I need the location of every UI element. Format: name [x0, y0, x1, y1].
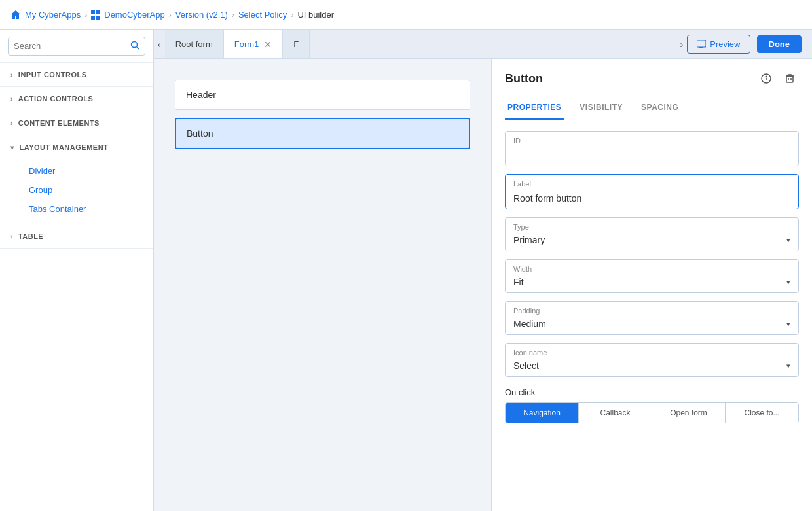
chevron-right-icon-3: › — [10, 120, 13, 127]
sidebar-item-divider[interactable]: Divider — [21, 162, 153, 181]
svg-rect-7 — [699, 47, 703, 48]
tab-bar-wrapper: ‹ Root form Form1 ✕ F › — [154, 30, 812, 59]
tab-form1-close[interactable]: ✕ — [264, 40, 272, 49]
search-button[interactable] — [130, 41, 139, 52]
svg-point-10 — [766, 76, 767, 77]
grid-icon — [91, 10, 100, 20]
breadcrumb-sep-2: › — [169, 10, 172, 20]
sidebar-section-header-table[interactable]: › TABLE — [0, 224, 153, 248]
preview-icon — [697, 40, 706, 49]
field-type-value: Primary — [513, 235, 545, 245]
on-click-tab-callback[interactable]: Callback — [579, 403, 652, 423]
tab-f[interactable]: F — [283, 30, 310, 58]
svg-line-5 — [137, 47, 139, 50]
field-id-input[interactable] — [506, 132, 798, 166]
breadcrumb-policy[interactable]: Select Policy — [238, 10, 287, 20]
sidebar-layout-items: Divider Group Tabs Container — [0, 159, 153, 224]
sidebar-section-header-action-controls[interactable]: › ACTION CONTROLS — [0, 87, 153, 111]
chevron-down-icon-padding: ▾ — [786, 320, 790, 328]
trash-icon — [784, 73, 795, 84]
field-label: Label — [505, 174, 799, 209]
chevron-down-icon-width: ▾ — [786, 278, 790, 287]
on-click-tab-navigation[interactable]: Navigation — [506, 403, 579, 423]
right-panel: Button — [491, 59, 812, 511]
tab-visibility[interactable]: VISIBILITY — [577, 96, 625, 120]
tab-next-button[interactable]: › — [676, 30, 688, 58]
home-icon — [10, 10, 21, 20]
field-padding[interactable]: Padding Medium ▾ — [505, 301, 799, 335]
on-click-tab-open-form[interactable]: Open form — [652, 403, 726, 423]
tab-spacing[interactable]: SPACING — [638, 96, 681, 120]
on-click-tab-callback-label: Callback — [600, 408, 630, 417]
info-button[interactable] — [757, 69, 775, 88]
breadcrumb-builder: UI builder — [297, 10, 334, 20]
tab-root-form[interactable]: Root form — [165, 30, 224, 58]
field-type[interactable]: Type Primary ▾ — [505, 217, 799, 251]
breadcrumb-home[interactable]: My CyberApps — [10, 10, 81, 20]
search-icon — [130, 41, 139, 50]
sidebar-section-content-elements: › CONTENT ELEMENTS — [0, 111, 153, 135]
field-label-input[interactable] — [506, 175, 798, 209]
on-click-tab-navigation-label: Navigation — [523, 408, 561, 417]
panel-content: ID Label Type Primary ▾ — [492, 120, 812, 511]
sidebar-section-action-controls: › ACTION CONTROLS — [0, 87, 153, 111]
field-padding-select[interactable]: Medium ▾ — [506, 302, 798, 334]
tab-bar-actions: Preview Done — [687, 35, 812, 54]
sidebar-section-header-content-elements[interactable]: › CONTENT ELEMENTS — [0, 111, 153, 135]
right-panel-actions — [757, 69, 799, 88]
breadcrumb-version[interactable]: Version (v2.1) — [175, 10, 228, 20]
main-layout: › INPUT CONTROLS › ACTION CONTROLS › CON… — [0, 30, 812, 511]
svg-rect-3 — [96, 16, 100, 20]
svg-rect-6 — [697, 40, 706, 47]
breadcrumb-version-label: Version (v2.1) — [175, 10, 228, 20]
breadcrumb-home-label: My CyberApps — [25, 10, 81, 20]
canvas-scroll: Header Button — [154, 59, 491, 511]
on-click-tab-close-form[interactable]: Close fo... — [726, 403, 798, 423]
field-icon-name[interactable]: Icon name Select ▾ — [505, 343, 799, 377]
breadcrumb-policy-label: Select Policy — [238, 10, 287, 20]
tab-properties-label: PROPERTIES — [507, 103, 561, 112]
chevron-right-icon: › — [10, 71, 13, 79]
sidebar-section-label-input-controls: INPUT CONTROLS — [18, 71, 87, 79]
canvas-header-element[interactable]: Header — [175, 80, 470, 110]
chevron-down-icon-layout: ▾ — [10, 144, 14, 151]
breadcrumb-app-label: DemoCyberApp — [104, 10, 165, 20]
field-type-select[interactable]: Primary ▾ — [506, 218, 798, 251]
svg-point-4 — [132, 42, 138, 48]
search-input[interactable] — [14, 41, 126, 51]
done-button[interactable]: Done — [757, 35, 802, 53]
sidebar-section-header-layout-management[interactable]: ▾ LAYOUT MANAGEMENT — [0, 135, 153, 159]
chevron-down-icon-type: ▾ — [786, 236, 790, 245]
sidebar: › INPUT CONTROLS › ACTION CONTROLS › CON… — [0, 30, 154, 511]
right-panel-header: Button — [492, 59, 812, 96]
delete-button[interactable] — [781, 69, 799, 88]
sidebar-section-label-action-controls: ACTION CONTROLS — [18, 95, 93, 103]
canvas-button-element[interactable]: Button — [175, 118, 470, 149]
sidebar-item-group[interactable]: Group — [21, 181, 153, 200]
breadcrumb-sep-1: › — [84, 10, 87, 20]
breadcrumb-app[interactable]: DemoCyberApp — [91, 10, 165, 20]
tab-root-form-label: Root form — [175, 39, 213, 49]
tab-properties[interactable]: PROPERTIES — [505, 96, 564, 120]
field-width-select[interactable]: Fit ▾ — [506, 260, 798, 292]
tab-bar-tabs: Root form Form1 ✕ F — [165, 30, 676, 58]
sidebar-item-tabs-container[interactable]: Tabs Container — [21, 200, 153, 219]
chevron-down-icon-icon-name: ▾ — [786, 362, 790, 370]
chevron-right-icon-table: › — [10, 233, 13, 240]
canvas-button-label: Button — [187, 128, 213, 139]
field-icon-name-select[interactable]: Select ▾ — [506, 344, 798, 376]
right-panel-title: Button — [505, 72, 543, 86]
preview-button[interactable]: Preview — [687, 35, 750, 54]
on-click-tabs: Navigation Callback Open form Close fo..… — [505, 402, 799, 423]
center-right-wrapper: ‹ Root form Form1 ✕ F › — [154, 30, 812, 511]
breadcrumb-sep-4: › — [291, 10, 293, 20]
tab-prev-button[interactable]: ‹ — [154, 30, 165, 58]
field-icon-name-value: Select — [513, 361, 539, 371]
sidebar-section-header-input-controls[interactable]: › INPUT CONTROLS — [0, 63, 153, 86]
sidebar-section-label-table: TABLE — [18, 232, 43, 240]
tab-form1-label: Form1 — [234, 39, 259, 49]
sidebar-section-label-content-elements: CONTENT ELEMENTS — [18, 119, 100, 127]
field-width[interactable]: Width Fit ▾ — [505, 259, 799, 293]
tab-form1[interactable]: Form1 ✕ — [224, 30, 284, 58]
canvas-area: Header Button — [154, 59, 491, 511]
